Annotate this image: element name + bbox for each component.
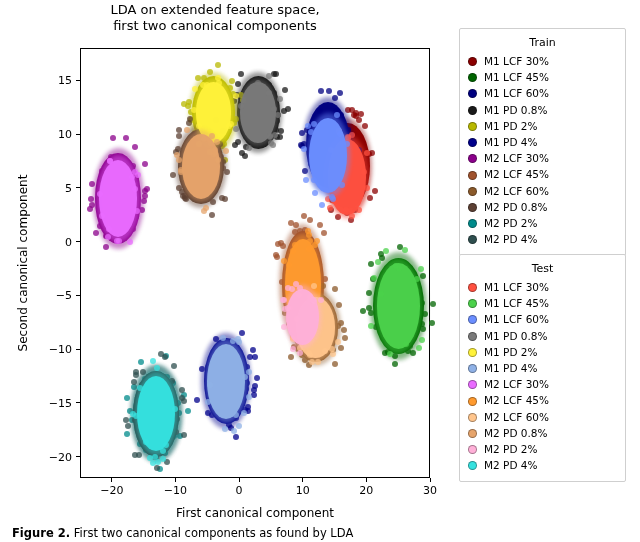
- scatter-point: [344, 141, 350, 147]
- x-tick-label: 30: [423, 484, 437, 497]
- scatter-point: [312, 242, 318, 248]
- legend-row: M2 LCF 60%: [468, 184, 617, 199]
- legend-swatch: [468, 332, 477, 341]
- legend-swatch: [468, 154, 477, 163]
- scatter-point: [303, 177, 309, 183]
- legend-label: M2 LCF 30%: [484, 151, 549, 166]
- legend-test: Test M1 LCF 30%M1 LCF 45%M1 LCF 60%M1 PD…: [459, 254, 626, 482]
- scatter-point: [235, 81, 241, 87]
- scatter-point: [375, 259, 381, 265]
- scatter-point: [305, 228, 311, 234]
- scatter-point: [154, 465, 160, 471]
- scatter-point: [154, 365, 160, 371]
- y-axis-spine: [80, 48, 81, 478]
- legend-row: M2 PD 0.8%: [468, 426, 617, 441]
- y-tick: [76, 295, 80, 296]
- y-tick: [76, 456, 80, 457]
- x-tick-label: 10: [296, 484, 310, 497]
- legend-label: M1 LCF 45%: [484, 70, 549, 85]
- legend-swatch: [468, 138, 477, 147]
- legend-label: M1 PD 0.8%: [484, 329, 548, 344]
- scatter-point: [422, 311, 428, 317]
- scatter-point: [215, 62, 221, 68]
- scatter-point: [241, 410, 247, 416]
- caption-rest: First two canonical components as found …: [70, 526, 353, 540]
- scatter-point: [297, 285, 303, 291]
- legend-row: M1 LCF 30%: [468, 280, 617, 295]
- legend-swatch: [468, 429, 477, 438]
- scatter-point: [215, 157, 221, 163]
- legend-row: M1 LCF 45%: [468, 296, 617, 311]
- scatter-point: [209, 212, 215, 218]
- legend-row: M1 PD 4%: [468, 135, 617, 150]
- scatter-point: [281, 324, 287, 330]
- scatter-point: [212, 147, 218, 153]
- legend-label: M1 PD 4%: [484, 361, 538, 376]
- legend-label: M2 LCF 30%: [484, 377, 549, 392]
- scatter-point: [191, 107, 197, 113]
- scatter-point: [181, 432, 187, 438]
- scatter-point: [252, 354, 258, 360]
- scatter-point: [315, 359, 321, 365]
- scatter-point: [170, 172, 176, 178]
- legend-label: M2 LCF 60%: [484, 184, 549, 199]
- scatter-point: [271, 71, 277, 77]
- legend-row: M2 PD 2%: [468, 442, 617, 457]
- scatter-point: [362, 123, 368, 129]
- legend-label: M2 PD 0.8%: [484, 426, 548, 441]
- scatter-point: [273, 252, 279, 258]
- scatter-point: [233, 412, 239, 418]
- y-tick-label: 0: [42, 235, 72, 248]
- scatter-point: [332, 95, 338, 101]
- scatter-point: [371, 275, 377, 281]
- scatter-point: [203, 205, 209, 211]
- scatter-point: [366, 290, 372, 296]
- scatter-point: [124, 431, 130, 437]
- scatter-point: [144, 186, 150, 192]
- top-spine: [80, 48, 430, 49]
- y-tick-label: −15: [42, 396, 72, 409]
- x-tick: [430, 478, 431, 482]
- scatter-point: [176, 185, 182, 191]
- legend-test-title: Test: [468, 261, 617, 277]
- scatter-point: [308, 129, 314, 135]
- legend-swatch: [468, 461, 477, 470]
- scatter-point: [201, 136, 207, 142]
- scatter-point: [97, 191, 103, 197]
- scatter-point: [270, 142, 276, 148]
- legend-label: M2 PD 4%: [484, 458, 538, 473]
- scatter-point: [418, 266, 424, 272]
- scatter-point: [231, 428, 237, 434]
- legend-swatch: [468, 348, 477, 357]
- scatter-point: [222, 426, 228, 432]
- scatter-point: [224, 169, 230, 175]
- scatter-point: [141, 198, 147, 204]
- scatter-point: [93, 230, 99, 236]
- y-tick-label: −10: [42, 343, 72, 356]
- scatter-point: [176, 157, 182, 163]
- x-tick-label: −10: [164, 484, 187, 497]
- legend-swatch: [468, 57, 477, 66]
- scatter-point: [267, 134, 273, 140]
- scatter-point: [285, 106, 291, 112]
- scatter-point: [220, 335, 226, 341]
- legend-row: M2 LCF 45%: [468, 167, 617, 182]
- scatter-point: [163, 442, 169, 448]
- figure-caption: Figure 2. First two canonical components…: [12, 526, 353, 540]
- scatter-point: [228, 121, 234, 127]
- scatter-point: [403, 341, 409, 347]
- scatter-point: [138, 359, 144, 365]
- scatter-point: [133, 369, 139, 375]
- scatter-point: [368, 323, 374, 329]
- scatter-point: [282, 87, 288, 93]
- scatter-point: [88, 196, 94, 202]
- scatter-point: [143, 439, 149, 445]
- scatter-point: [251, 392, 257, 398]
- legend-label: M2 PD 2%: [484, 442, 538, 457]
- scatter-point: [339, 182, 345, 188]
- scatter-point: [184, 127, 190, 133]
- legend-row: M1 LCF 60%: [468, 86, 617, 101]
- scatter-point: [326, 88, 332, 94]
- scatter-point: [307, 238, 313, 244]
- legend-label: M2 LCF 60%: [484, 410, 549, 425]
